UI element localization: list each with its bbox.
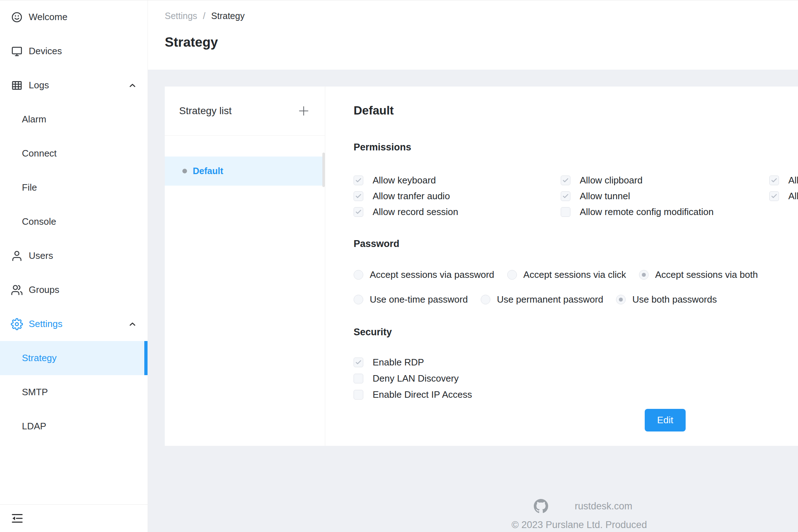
checkbox-label: Allow tranfer audio (373, 191, 450, 201)
sidebar-item-label: Settings (29, 318, 62, 330)
breadcrumb-separator: / (203, 11, 205, 21)
sidebar-item-settings[interactable]: Settings (0, 307, 148, 341)
radio-label: Use permanent password (497, 294, 603, 305)
sidebar-item-file[interactable]: File (0, 171, 148, 205)
users-icon (11, 284, 23, 296)
breadcrumb-current: Strategy (211, 11, 244, 21)
strategy-list-panel: Strategy list Default (165, 87, 325, 446)
sidebar-item-strategy[interactable]: Strategy (0, 341, 148, 375)
checkbox-allow-truncated-2[interactable]: All (769, 191, 798, 201)
sidebar-item-devices[interactable]: Devices (0, 34, 148, 68)
menu-fold-icon (11, 512, 24, 525)
sidebar-item-label: Welcome (29, 11, 67, 23)
sidebar-item-label: Logs (29, 80, 49, 91)
plus-icon (297, 104, 311, 118)
checkbox-deny-lan-discovery[interactable]: Deny LAN Discovery (354, 374, 798, 383)
sidebar-item-label: SMTP (22, 387, 48, 398)
permissions-section-title: Permissions (354, 142, 798, 153)
sidebar-item-smtp[interactable]: SMTP (0, 375, 148, 409)
gear-icon (11, 318, 23, 330)
footer-copyright: © 2023 Purslane Ltd. Produced (512, 519, 647, 531)
checkbox-enable-direct-ip[interactable]: Enable Direct IP Access (354, 390, 798, 400)
checkbox-icon (561, 191, 570, 201)
security-section-title: Security (354, 327, 798, 337)
github-icon[interactable] (534, 499, 548, 513)
sidebar-item-label: Devices (29, 46, 62, 57)
checkbox-allow-tunnel[interactable]: Allow tunnel (561, 191, 769, 201)
checkbox-label: Deny LAN Discovery (373, 374, 459, 383)
edit-button-row: Edit (354, 409, 798, 431)
checkbox-icon (354, 191, 363, 201)
sidebar-item-console[interactable]: Console (0, 205, 148, 239)
sidebar-item-groups[interactable]: Groups (0, 273, 148, 307)
radio-icon (481, 295, 490, 304)
radio-both-passwords[interactable]: Use both passwords (616, 294, 717, 305)
sidebar-item-label: LDAP (22, 421, 46, 432)
content-area: Strategy list Default Default Pe (148, 70, 798, 532)
sidebar-item-ldap[interactable]: LDAP (0, 409, 148, 443)
radio-label: Accept sessions via both (655, 269, 758, 280)
checkbox-label: Allow keyboard (373, 176, 436, 185)
sidebar-item-alarm[interactable]: Alarm (0, 102, 148, 136)
checkbox-allow-transfer-audio[interactable]: Allow tranfer audio (354, 191, 561, 201)
checkbox-icon (561, 176, 570, 185)
checkbox-label: All (788, 191, 798, 201)
radio-accept-via-password[interactable]: Accept sessions via password (354, 269, 494, 280)
list-spacer (165, 136, 325, 157)
strategy-list-item-default[interactable]: Default (165, 157, 325, 186)
password-radio-group: Use one-time password Use permanent pass… (354, 294, 798, 305)
sidebar-item-connect[interactable]: Connect (0, 136, 148, 171)
strategy-detail-panel: Default Permissions Allow keyboard Allow… (325, 87, 798, 446)
strategy-card: Strategy list Default Default Pe (165, 87, 798, 446)
footer-site-link[interactable]: rustdesk.com (575, 501, 633, 512)
sidebar-item-label: Users (29, 250, 53, 261)
add-strategy-button[interactable] (297, 104, 311, 118)
radio-icon (616, 295, 626, 304)
strategy-name-heading: Default (354, 104, 798, 117)
sidebar-item-label: Strategy (22, 353, 57, 364)
sidebar-item-users[interactable]: Users (0, 239, 148, 273)
top-border (0, 0, 798, 0)
sidebar-item-welcome[interactable]: Welcome (0, 0, 148, 34)
security-list: Enable RDP Deny LAN Discovery Enable Dir… (354, 358, 798, 400)
checkbox-icon (561, 207, 570, 217)
checkbox-enable-rdp[interactable]: Enable RDP (354, 358, 798, 367)
checkbox-label: Enable Direct IP Access (373, 390, 472, 400)
footer-github-row: rustdesk.com (534, 499, 633, 513)
breadcrumb: Settings / Strategy (165, 0, 798, 21)
session-radio-group: Accept sessions via password Accept sess… (354, 269, 798, 280)
sidebar-item-logs[interactable]: Logs (0, 68, 148, 102)
collapse-sidebar-button[interactable] (11, 511, 25, 526)
radio-accept-via-both[interactable]: Accept sessions via both (639, 269, 758, 280)
sidebar-item-label: Groups (29, 284, 59, 295)
breadcrumb-settings[interactable]: Settings (165, 11, 197, 21)
checkbox-icon (354, 390, 363, 400)
grid-empty-cell (769, 207, 798, 217)
radio-accept-via-click[interactable]: Accept sessions via click (507, 269, 626, 280)
page-title: Strategy (165, 35, 798, 50)
checkbox-allow-truncated-1[interactable]: All (769, 176, 798, 185)
radio-label: Accept sessions via click (523, 269, 626, 280)
checkbox-allow-record-session[interactable]: Allow record session (354, 207, 561, 217)
password-section-title: Password (354, 238, 798, 249)
checkbox-icon (354, 374, 363, 383)
checkbox-label: Allow remote config modification (580, 207, 714, 217)
checkbox-icon (354, 176, 363, 185)
list-scrollbar-thumb[interactable] (322, 153, 325, 187)
checkbox-label: Allow tunnel (580, 191, 630, 201)
status-dot-icon (182, 169, 187, 173)
table-icon (11, 79, 23, 92)
checkbox-icon (354, 207, 363, 217)
radio-permanent-password[interactable]: Use permanent password (481, 294, 603, 305)
checkbox-allow-remote-config[interactable]: Allow remote config modification (561, 207, 769, 217)
sidebar-item-label: Console (22, 216, 56, 227)
edit-button[interactable]: Edit (645, 409, 686, 431)
checkbox-label: All (788, 176, 798, 185)
monitor-icon (11, 45, 23, 57)
radio-one-time-password[interactable]: Use one-time password (354, 294, 468, 305)
chevron-up-icon (127, 319, 137, 329)
main-area: Settings / Strategy Strategy Strategy li… (148, 0, 798, 532)
checkbox-allow-keyboard[interactable]: Allow keyboard (354, 176, 561, 185)
checkbox-icon (769, 176, 779, 185)
checkbox-allow-clipboard[interactable]: Allow clipboard (561, 176, 769, 185)
